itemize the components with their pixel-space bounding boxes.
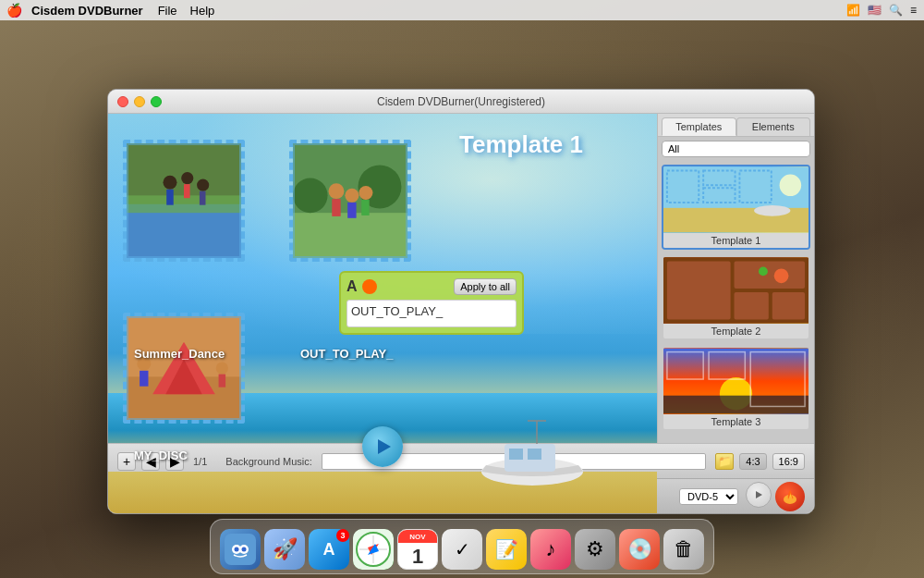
dock-launchpad[interactable]: 🚀 — [264, 529, 305, 570]
svg-rect-14 — [332, 199, 340, 216]
svg-point-48 — [759, 266, 768, 276]
dock-finder[interactable] — [220, 529, 261, 570]
svg-rect-0 — [127, 143, 241, 258]
svg-marker-55 — [756, 491, 762, 498]
add-page-button[interactable]: + — [117, 452, 136, 471]
ratio-16-9-button[interactable]: 16:9 — [772, 453, 805, 470]
dock-reminders[interactable]: ✓ — [442, 529, 482, 570]
apple-menu[interactable]: 🍎 — [7, 4, 20, 17]
template-3-label: Template 3 — [663, 414, 808, 429]
text-input[interactable]: OUT_TO_PLAY_ — [346, 300, 517, 327]
template-3-preview — [663, 348, 808, 414]
photo-frame-3[interactable] — [123, 313, 245, 424]
app-name[interactable]: Cisdem DVDBurner — [31, 4, 143, 18]
menu-file[interactable]: File — [158, 4, 177, 18]
window-title: Cisdem DVDBurner(Unregistered) — [377, 95, 545, 108]
apply-to-all-button[interactable]: Apply to all — [454, 278, 517, 295]
dock-calendar[interactable]: NOV 1 — [397, 529, 438, 570]
minimize-button[interactable] — [134, 96, 145, 107]
svg-rect-45 — [735, 292, 769, 319]
photo-2-image — [293, 143, 407, 258]
frame-label-1: Summer_Dance — [134, 347, 225, 361]
page-indicator: 1/1 — [193, 456, 207, 467]
dvd-type-select[interactable]: DVD-5 DVD-9 — [679, 488, 738, 505]
boat-decoration — [472, 412, 583, 476]
svg-rect-30 — [528, 449, 541, 460]
dock-stickies[interactable]: 📝 — [486, 529, 527, 570]
svg-point-3 — [163, 176, 176, 190]
color-picker[interactable] — [362, 279, 377, 294]
template-title: Template 1 — [459, 130, 583, 159]
maximize-button[interactable] — [151, 96, 162, 107]
svg-rect-18 — [361, 200, 369, 215]
flag-icon[interactable]: 🇺🇸 — [868, 4, 881, 17]
svg-point-12 — [293, 178, 328, 214]
tab-elements[interactable]: Elements — [736, 117, 811, 136]
photo-frame-2[interactable] — [289, 140, 411, 262]
svg-rect-2 — [127, 195, 241, 213]
burn-button[interactable] — [775, 482, 805, 511]
close-button[interactable] — [117, 96, 128, 107]
svg-rect-44 — [735, 262, 806, 289]
frame-label-2: OUT_TO_PLAY_ — [300, 347, 393, 361]
dock: 🚀 A 3 NOV 1 ✓ 📝 ♪ ⚙ 💿 🗑 — [210, 519, 714, 574]
dock-trash[interactable]: 🗑 — [663, 529, 704, 570]
svg-rect-20 — [127, 376, 241, 420]
template-filter-dropdown[interactable]: All — [662, 141, 810, 157]
svg-point-40 — [754, 205, 790, 216]
svg-point-7 — [197, 179, 209, 191]
template-1-label: Template 1 — [663, 233, 808, 248]
svg-rect-16 — [347, 203, 356, 218]
tab-templates[interactable]: Templates — [662, 117, 736, 136]
menu-help[interactable]: Help — [190, 4, 215, 18]
svg-rect-51 — [663, 396, 808, 414]
dock-itunes[interactable]: ♪ — [530, 529, 571, 570]
svg-rect-9 — [293, 143, 407, 258]
photo-1-image — [127, 143, 241, 258]
browse-music-button[interactable]: 📁 — [715, 453, 734, 470]
dock-appstore[interactable]: A 3 — [309, 529, 349, 570]
ratio-4-3-button[interactable]: 4:3 — [739, 453, 766, 470]
font-icon[interactable]: A — [346, 278, 358, 295]
template-2-label: Template 2 — [663, 324, 808, 338]
dock-sysprefs[interactable]: ⚙ — [575, 529, 615, 570]
svg-rect-43 — [667, 262, 731, 320]
template-1-preview — [663, 166, 808, 233]
text-popup-toolbar: A Apply to all — [346, 278, 517, 295]
template-list: Template 1 — [658, 161, 814, 475]
play-burn-buttons — [746, 482, 805, 511]
dock-dvdburner[interactable]: 💿 — [619, 529, 660, 570]
sidebar-tabs: Templates Elements — [658, 114, 814, 137]
search-icon[interactable]: 🔍 — [889, 4, 903, 17]
photo-frame-1[interactable] — [123, 140, 245, 262]
wifi-icon[interactable]: 📶 — [846, 4, 860, 17]
main-window: Cisdem DVDBurner(Unregistered) Template … — [107, 89, 815, 514]
bg-music-label: Background Music: — [225, 456, 312, 467]
svg-rect-1 — [127, 204, 241, 258]
menu-icon[interactable]: ≡ — [910, 4, 917, 17]
titlebar: Cisdem DVDBurner(Unregistered) — [108, 90, 814, 114]
svg-rect-19 — [127, 316, 241, 421]
svg-rect-26 — [219, 375, 226, 387]
dock-safari[interactable] — [353, 529, 394, 570]
svg-point-25 — [216, 362, 228, 374]
svg-rect-4 — [166, 190, 174, 205]
svg-point-17 — [359, 186, 372, 200]
play-button[interactable] — [362, 426, 403, 467]
svg-point-11 — [358, 165, 401, 208]
svg-rect-24 — [140, 371, 148, 387]
template-thumb-2[interactable]: Template 2 — [662, 255, 810, 340]
svg-point-15 — [345, 189, 359, 203]
menubar-right: 📶 🇺🇸 🔍 ≡ — [846, 4, 917, 17]
template-thumb-1[interactable]: Template 1 — [662, 165, 810, 250]
svg-rect-6 — [184, 184, 190, 198]
svg-point-5 — [181, 172, 193, 184]
svg-point-13 — [329, 183, 345, 199]
svg-point-56 — [784, 495, 796, 504]
template-thumb-3[interactable]: Template 3 — [662, 346, 810, 431]
play-triangle-icon — [378, 439, 391, 454]
preview-play-button[interactable] — [746, 482, 772, 508]
svg-rect-46 — [772, 292, 805, 319]
appstore-badge: 3 — [336, 529, 349, 542]
svg-rect-29 — [509, 449, 523, 460]
